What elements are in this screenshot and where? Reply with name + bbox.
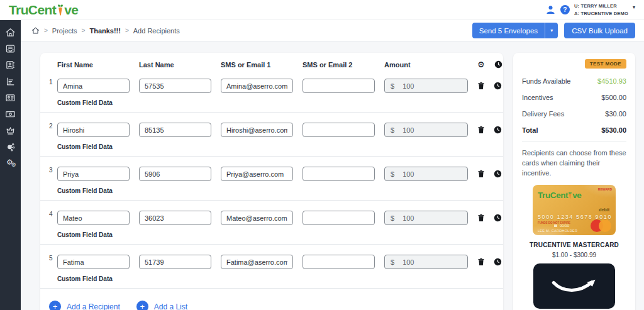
last-name-input[interactable] [139,255,211,269]
user-avatar-icon[interactable] [545,4,556,15]
user-menu-caret-icon[interactable]: ▾ [633,4,635,10]
breadcrumb-bar: > Projects > Thanks!!! > Add Recipients … [21,20,644,42]
delete-row-trash-icon[interactable] [477,214,485,222]
amount-input[interactable] [402,214,453,222]
send-dropdown-caret-icon[interactable]: ▾ [545,23,558,38]
delivery-fees-row: Delivery Fees $30.00 [522,110,626,118]
mc-debit-label: debit [599,208,609,212]
user-name: U: TERRY MILLER [574,3,628,10]
sidebar: ⚙⚙ [0,20,21,310]
user-account-text: U: TERRY MILLER A: TRUCENTIVE DEMO [574,3,628,18]
carrot-icon [568,191,572,199]
delivery-fees-value: $30.00 [605,110,626,118]
first-name-input[interactable] [57,79,130,93]
column-email1: SMS or Email 1 [221,61,293,69]
mc-valid-date: 00/00 [560,224,569,228]
logo-text-left: TruCent [9,3,56,18]
email1-input[interactable] [221,211,293,225]
incentives-value: $500.00 [601,94,626,101]
mc-brand-left: TruCent [538,191,568,200]
sidebar-item-reports[interactable] [4,75,18,87]
home-icon [5,27,16,38]
first-name-input[interactable] [57,255,130,269]
help-icon[interactable]: ? [560,5,570,14]
email1-input[interactable] [221,123,293,137]
email2-input[interactable] [303,123,375,137]
mc-valid-thru-mark [554,224,557,227]
table-history-clock-icon[interactable] [494,60,502,69]
delete-row-trash-icon[interactable] [477,82,485,90]
table-row: 4 $ Custom Field Data [40,201,503,245]
email1-input[interactable] [221,79,293,93]
sidebar-item-settings[interactable]: ⚙⚙ [4,157,18,169]
amount-input[interactable] [402,170,453,178]
breadcrumb-project-name[interactable]: Thanks!!! [89,27,121,35]
row-history-clock-icon[interactable] [494,258,502,266]
email1-input[interactable] [221,255,293,269]
first-name-input[interactable] [57,211,130,225]
amount-input[interactable] [402,258,453,266]
last-name-input[interactable] [139,123,211,137]
custom-field-data-link[interactable]: Custom Field Data [57,187,503,194]
trucentive-logo[interactable]: TruCent ve [9,2,78,18]
delete-row-trash-icon[interactable] [477,170,485,178]
cards-description: Recipients can choose from these cards w… [522,148,626,179]
first-name-input[interactable] [57,123,130,137]
amount-input[interactable] [402,82,453,90]
table-footer: + Add a Recipient + Add a List [40,289,503,310]
add-recipient-label: Add a Recipient [67,302,120,310]
row-number: 1 [49,79,53,86]
row-history-clock-icon[interactable] [494,82,502,90]
contacts-book-icon [5,60,16,70]
sidebar-item-integrations[interactable] [4,140,18,153]
send-envelopes-button[interactable]: Send 5 Envelopes ▾ [472,23,558,38]
sidebar-item-templates[interactable] [4,91,18,104]
amount-field: $ [384,255,468,269]
email2-input[interactable] [303,167,375,181]
sidebar-item-envelopes[interactable] [4,42,18,55]
mastercard-range: $1.00 - $300.99 [522,252,626,258]
csv-bulk-upload-button[interactable]: CSV Bulk Upload [564,23,635,38]
table-row: 3 $ Custom Field Data [40,157,503,201]
email2-input[interactable] [303,255,375,269]
custom-field-data-link[interactable]: Custom Field Data [57,231,503,238]
row-number: 4 [49,211,53,218]
mc-cardholder-name: LEE M. CARDHOLDER [538,229,577,233]
last-name-input[interactable] [139,211,211,225]
carrot-icon [57,2,64,16]
row-history-clock-icon[interactable] [494,214,502,222]
add-list-button[interactable]: + Add a List [136,301,187,310]
table-settings-gear-icon[interactable]: ⚙ [477,60,485,69]
delete-row-trash-icon[interactable] [477,258,485,266]
custom-field-data-link[interactable]: Custom Field Data [57,99,503,106]
breadcrumb-projects[interactable]: Projects [52,27,77,35]
email2-input[interactable] [303,211,375,225]
sidebar-item-home[interactable] [4,26,18,38]
currency-symbol: $ [391,82,394,90]
first-name-input[interactable] [57,167,130,181]
last-name-input[interactable] [139,79,211,93]
sidebar-item-rewards[interactable] [4,124,18,136]
email2-input[interactable] [303,79,375,93]
id-card-icon [5,92,16,103]
sidebar-item-funds[interactable] [4,108,18,120]
add-recipient-button[interactable]: + Add a Recipient [49,301,120,310]
row-history-clock-icon[interactable] [494,170,502,178]
delete-row-trash-icon[interactable] [477,126,485,134]
user-area: ? U: TERRY MILLER A: TRUCENTIVE DEMO ▾ [545,3,635,18]
table-row: 5 $ Custom Field Data [40,245,503,289]
account-name: A: TRUCENTIVE DEMO [574,10,628,18]
column-first-name: First Name [57,61,130,69]
last-name-input[interactable] [139,167,211,181]
custom-field-data-link[interactable]: Custom Field Data [57,275,503,282]
amount-input[interactable] [402,126,453,134]
breadcrumb-home-icon[interactable] [31,26,40,35]
table-row: 2 $ Custom Field Data [40,113,503,157]
amount-field: $ [384,167,468,181]
breadcrumb: > Projects > Thanks!!! > Add Recipients [31,26,180,35]
sidebar-item-contacts[interactable] [4,58,18,71]
custom-field-data-link[interactable]: Custom Field Data [57,143,503,150]
row-history-clock-icon[interactable] [494,126,502,134]
table-header-icons: ⚙ [477,60,502,69]
email1-input[interactable] [221,167,293,181]
